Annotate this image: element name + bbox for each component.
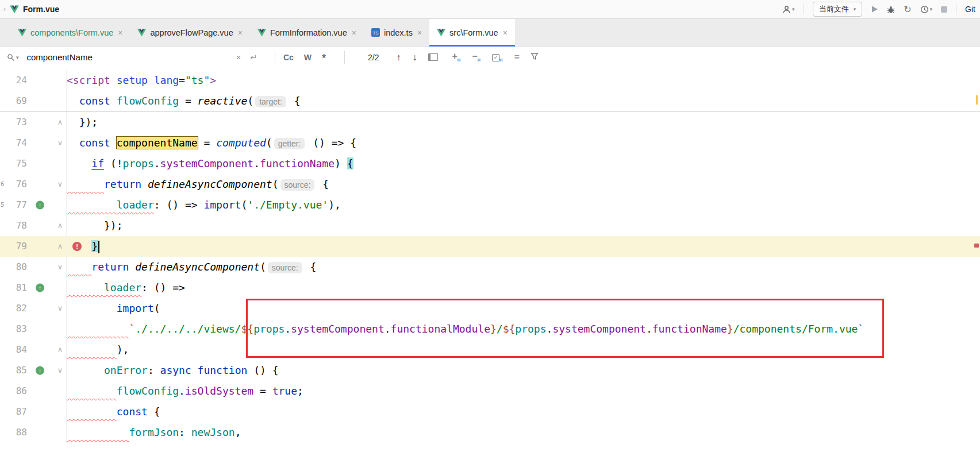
- tab-index-ts[interactable]: TSindex.ts×: [364, 19, 429, 46]
- divider: [804, 4, 804, 14]
- fold-up-icon[interactable]: ∧: [55, 215, 65, 236]
- fold-down-icon[interactable]: ∨: [55, 257, 65, 277]
- line-number[interactable]: 82: [0, 298, 27, 319]
- code-line-83[interactable]: 83 `./../../../views/${props.systemCompo…: [0, 319, 980, 339]
- run-button[interactable]: [871, 5, 878, 13]
- code-editor[interactable]: 24<script setup lang="ts">69 const flowC…: [0, 68, 980, 471]
- code-text: return defineAsyncComponent(source: {: [67, 257, 980, 277]
- line-number[interactable]: 88: [0, 422, 27, 443]
- fold-down-icon[interactable]: ∨: [55, 360, 65, 381]
- coverage-button[interactable]: ↻: [904, 4, 911, 15]
- gutter: 75: [0, 153, 67, 174]
- error-stripe[interactable]: [973, 68, 980, 471]
- implementation-marker-icon[interactable]: ↑: [36, 366, 44, 375]
- select-all-occurrences-button[interactable]: ✓II: [492, 51, 503, 63]
- code-line-74[interactable]: 74∨ const componentName = computed(gette…: [0, 133, 980, 153]
- git-label[interactable]: Git: [965, 5, 975, 14]
- remove-occurrence-button[interactable]: −II: [472, 51, 481, 63]
- code-text: if (!props.systemComponent.functionName)…: [67, 153, 980, 174]
- gutter: 88: [0, 422, 67, 443]
- code-line-79[interactable]: 79∧! }: [0, 236, 980, 257]
- line-number[interactable]: 77: [0, 195, 27, 215]
- search-icon[interactable]: ▾: [7, 53, 19, 61]
- code-text: `./../../../views/${props.systemComponen…: [67, 319, 980, 339]
- line-number[interactable]: 86: [0, 381, 27, 401]
- fold-up-icon[interactable]: ∧: [55, 339, 65, 360]
- line-number[interactable]: 83: [0, 319, 27, 339]
- code-line-73[interactable]: 73∧ });: [0, 112, 980, 133]
- clear-search-icon[interactable]: ×: [236, 52, 241, 62]
- code-line-84[interactable]: 84∧ ),: [0, 339, 980, 360]
- stop-button[interactable]: [941, 6, 947, 13]
- stop-icon: [941, 6, 947, 13]
- code-line-88[interactable]: 88 formJson: newJson,: [0, 422, 980, 443]
- line-number[interactable]: 80: [0, 257, 27, 277]
- code-line-77[interactable]: 577↑ loader: () => import('./Empty.vue')…: [0, 195, 980, 215]
- collaborate-button[interactable]: ▾: [782, 5, 795, 14]
- history-button[interactable]: ▾: [920, 5, 933, 14]
- line-number[interactable]: 24: [0, 70, 27, 91]
- line-number[interactable]: 76: [0, 174, 27, 195]
- code-line-80[interactable]: 80∨ return defineAsyncComponent(source: …: [0, 257, 980, 277]
- fold-up-icon[interactable]: ∧: [55, 112, 65, 133]
- line-number[interactable]: 79: [0, 236, 27, 257]
- filter-search-icon[interactable]: [531, 52, 539, 62]
- code-lines: 24<script setup lang="ts">69 const flowC…: [0, 70, 980, 443]
- warning-stripe-mark[interactable]: [976, 95, 978, 105]
- tab-forminformation-vue[interactable]: FormInformation.vue×: [250, 19, 364, 46]
- error-icon: !: [72, 242, 82, 251]
- search-input[interactable]: [26, 52, 236, 63]
- line-number[interactable]: 74: [0, 133, 27, 153]
- close-tab-icon[interactable]: ×: [352, 28, 356, 37]
- close-tab-icon[interactable]: ×: [118, 28, 122, 37]
- close-tab-icon[interactable]: ×: [417, 28, 422, 37]
- debug-button[interactable]: [887, 5, 895, 14]
- tab-approveflowpage-vue[interactable]: approveFlowPage.vue×: [130, 19, 249, 46]
- words-toggle[interactable]: W: [304, 53, 312, 62]
- line-number[interactable]: 85: [0, 360, 27, 381]
- line-number[interactable]: 87: [0, 401, 27, 422]
- code-line-75[interactable]: 75 if (!props.systemComponent.functionNa…: [0, 153, 980, 174]
- svg-text:TS: TS: [372, 30, 378, 36]
- code-line-86[interactable]: 86 flowConfig.isOldSystem = true;: [0, 381, 980, 401]
- code-line-76[interactable]: 676∨ return defineAsyncComponent(source:…: [0, 174, 980, 195]
- close-tab-icon[interactable]: ×: [238, 28, 243, 37]
- implementation-marker-icon[interactable]: ↑: [36, 201, 44, 210]
- line-number[interactable]: 84: [0, 339, 27, 360]
- line-number[interactable]: 75: [0, 153, 27, 174]
- gutter: 83: [0, 319, 67, 339]
- newline-icon[interactable]: ↵: [250, 52, 258, 63]
- code-line-78[interactable]: 78∧ });: [0, 215, 980, 236]
- open-results-icon[interactable]: [428, 53, 438, 61]
- fold-down-icon[interactable]: ∨: [55, 298, 65, 319]
- code-line-24[interactable]: 24<script setup lang="ts">: [0, 70, 980, 91]
- fold-up-icon[interactable]: ∧: [55, 236, 65, 257]
- line-number[interactable]: 69: [0, 91, 27, 111]
- line-number[interactable]: 73: [0, 112, 27, 133]
- error-stripe-mark[interactable]: [974, 244, 979, 248]
- code-line-87[interactable]: 87 const {: [0, 401, 980, 422]
- filter-lines-icon[interactable]: ≡: [514, 52, 520, 63]
- run-config-select[interactable]: 当前文件 ▾: [813, 2, 863, 17]
- code-line-69[interactable]: 69 const flowConfig = reactive(target: {: [0, 91, 980, 112]
- code-line-81[interactable]: 81↑ loader: () =>: [0, 277, 980, 298]
- code-text: loader: () => import('./Empty.vue'),: [67, 195, 980, 215]
- vue-icon: [137, 29, 146, 37]
- line-number[interactable]: 78: [0, 215, 27, 236]
- code-line-82[interactable]: 82∨ import(: [0, 298, 980, 319]
- close-tab-icon[interactable]: ×: [503, 28, 508, 37]
- tab-components-form-vue[interactable]: components\Form.vue×: [10, 19, 130, 46]
- previous-occurrence-button[interactable]: ↑: [396, 52, 401, 63]
- tab-src-form-vue[interactable]: src\Form.vue×: [429, 19, 515, 46]
- implementation-marker-icon[interactable]: ↑: [36, 284, 44, 292]
- line-number[interactable]: 81: [0, 277, 27, 298]
- fold-down-icon[interactable]: ∨: [55, 174, 65, 195]
- match-case-toggle[interactable]: Cc: [283, 53, 294, 62]
- divider: [956, 4, 956, 14]
- regex-toggle[interactable]: *: [322, 52, 326, 64]
- code-line-85[interactable]: 85↑∨ onError: async function () {: [0, 360, 980, 381]
- vue-icon: [437, 29, 445, 37]
- add-occurrence-button[interactable]: +II: [452, 51, 461, 63]
- fold-down-icon[interactable]: ∨: [55, 133, 65, 153]
- next-occurrence-button[interactable]: ↓: [412, 52, 417, 63]
